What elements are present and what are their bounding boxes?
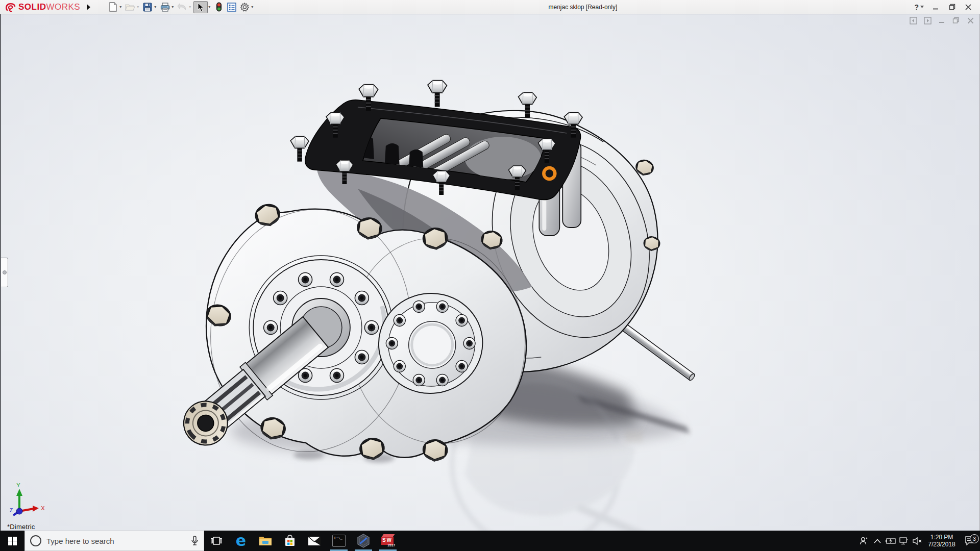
start-button[interactable]	[0, 531, 24, 551]
save-button[interactable]	[141, 1, 154, 13]
print-dropdown-arrow[interactable]: ▾	[172, 5, 174, 9]
restore-button[interactable]	[947, 3, 957, 12]
taskbar-app-file-explorer[interactable]	[253, 531, 278, 551]
close-button[interactable]	[964, 3, 973, 12]
panel-splitter-tab[interactable]	[1, 258, 8, 287]
triad-x-label: X	[41, 505, 45, 511]
edge-icon: e	[236, 534, 246, 548]
select-dropdown-arrow[interactable]: ▾	[208, 5, 210, 9]
window-controls: ?	[910, 3, 980, 12]
network-button[interactable]	[897, 531, 911, 551]
clock-time: 1:20 PM	[925, 534, 959, 541]
system-tray: 1:20 PM 7/23/2018 3	[857, 531, 980, 551]
network-icon	[899, 537, 909, 545]
solidworks-swoosh-icon	[5, 2, 17, 12]
notification-badge: 3	[970, 534, 979, 543]
solidworks-app-window: SOLIDWORKS ▾ ▾ ▾ ▾ ▾	[0, 0, 980, 551]
microphone-icon[interactable]	[191, 536, 199, 546]
windows-taskbar: Type here to search e	[0, 531, 980, 551]
graphics-viewport[interactable]: Y X Z *Dimetric	[0, 14, 980, 531]
open-button[interactable]	[124, 1, 136, 13]
battery-button[interactable]	[884, 531, 897, 551]
doc-close-button[interactable]	[966, 16, 974, 24]
file-properties-button[interactable]	[226, 1, 238, 13]
taskbar-app-mail[interactable]	[302, 531, 327, 551]
taskbar-clock[interactable]: 1:20 PM 7/23/2018	[924, 534, 960, 548]
standard-toolbar: ▾ ▾ ▾ ▾ ▾ ▾	[107, 1, 255, 13]
chevron-up-icon	[874, 539, 881, 543]
view-orientation-label: *Dimetric	[7, 523, 35, 531]
triad-z-label: Z	[10, 508, 13, 513]
minimize-button[interactable]	[931, 3, 940, 12]
taskbar-app-solidworks[interactable]: SW 2017	[376, 531, 400, 551]
new-document-button[interactable]	[107, 1, 119, 13]
windows-logo-icon	[8, 537, 17, 545]
volume-button[interactable]	[911, 531, 924, 551]
undo-dropdown-arrow[interactable]: ▾	[189, 5, 191, 9]
reference-triad: Y X Z	[7, 482, 48, 519]
file-explorer-icon	[259, 535, 272, 546]
action-center-button[interactable]: 3	[960, 536, 980, 545]
command-prompt-icon: C:\_	[332, 535, 346, 547]
triad-y-label: Y	[16, 482, 20, 488]
search-placeholder: Type here to search	[46, 537, 186, 545]
help-dropdown-arrow[interactable]	[920, 6, 924, 8]
volume-muted-icon	[913, 537, 922, 545]
rebuild-traffic-light-button[interactable]	[213, 1, 225, 13]
document-title: menjac sklop [Read-only]	[255, 4, 910, 11]
title-bar: SOLIDWORKS ▾ ▾ ▾ ▾ ▾	[0, 0, 980, 14]
task-view-icon	[211, 536, 222, 545]
document-window-controls	[909, 16, 974, 24]
battery-charging-icon	[885, 538, 896, 544]
help-question-icon: ?	[914, 3, 919, 11]
people-icon	[860, 536, 869, 545]
select-button[interactable]	[193, 1, 208, 13]
taskbar-app-hexagon[interactable]	[351, 531, 376, 551]
save-dropdown-arrow[interactable]: ▾	[154, 5, 156, 9]
pane-expand-left-button[interactable]	[909, 16, 917, 24]
brand-solid: SOLID	[18, 2, 46, 12]
open-dropdown-arrow[interactable]: ▾	[137, 5, 139, 9]
help-button[interactable]: ?	[914, 3, 924, 11]
task-view-button[interactable]	[204, 531, 229, 551]
people-button[interactable]	[857, 531, 871, 551]
toolbar-flyout-arrow[interactable]	[84, 2, 92, 12]
print-button[interactable]	[159, 1, 171, 13]
store-icon	[284, 535, 296, 547]
hexagon-app-icon	[357, 534, 370, 548]
clock-date: 7/23/2018	[925, 541, 959, 548]
splitter-grip-icon	[3, 270, 7, 274]
options-dropdown-arrow[interactable]: ▾	[251, 5, 253, 9]
brand-wordmark: SOLIDWORKS	[18, 2, 80, 12]
undo-button[interactable]	[176, 1, 188, 13]
tray-overflow-button[interactable]	[871, 531, 884, 551]
taskbar-search-box[interactable]: Type here to search	[24, 531, 204, 551]
new-dropdown-arrow[interactable]: ▾	[119, 5, 121, 9]
doc-minimize-button[interactable]	[938, 16, 946, 24]
mail-icon	[308, 536, 321, 546]
taskbar-app-store[interactable]	[278, 531, 302, 551]
taskbar-spacer	[400, 531, 857, 551]
solidworks-logo: SOLIDWORKS	[0, 2, 84, 12]
solidworks-2017-icon: SW 2017	[381, 534, 395, 548]
cortana-icon	[30, 535, 41, 546]
gearbox-3d-model	[1, 14, 979, 531]
doc-restore-button[interactable]	[952, 16, 960, 24]
options-gear-button[interactable]	[238, 1, 251, 13]
brand-works: WORKS	[46, 2, 80, 12]
taskbar-app-edge[interactable]: e	[229, 531, 253, 551]
taskbar-app-command-prompt[interactable]: C:\_	[327, 531, 351, 551]
pane-expand-right-button[interactable]	[923, 16, 932, 24]
